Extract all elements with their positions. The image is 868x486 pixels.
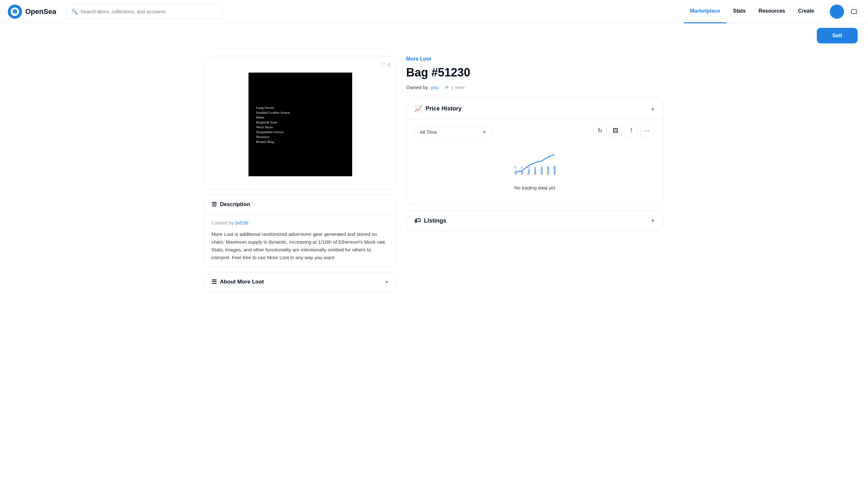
- listings-chevron: ▼: [650, 218, 655, 224]
- image-button[interactable]: 🖼: [609, 124, 622, 137]
- share-icon: ⤴: [630, 128, 632, 133]
- left-column: ♡ 0 Long Sword Studded Leather Armor Hel…: [205, 56, 396, 292]
- logo-icon: [8, 4, 22, 19]
- user-avatar[interactable]: [830, 4, 844, 19]
- created-by: Created by 0xf296: [212, 219, 389, 226]
- owner-row: Owned by you 👁 1 view: [406, 85, 470, 90]
- description-icon: ☰: [212, 201, 217, 208]
- more-button[interactable]: ⋯: [640, 124, 653, 137]
- description-title: Description: [220, 201, 250, 208]
- more-icon: ⋯: [643, 127, 650, 134]
- no-data-text: No trading data yet: [514, 185, 555, 190]
- svg-rect-17: [528, 169, 530, 174]
- action-icons: ↻ 🖼 ⤴ ⋯: [594, 124, 653, 137]
- nft-line-8: Bronze Ring: [256, 140, 344, 144]
- about-chevron: ▼: [384, 279, 389, 284]
- refresh-button[interactable]: ↻: [594, 124, 607, 137]
- nav-actions: [830, 4, 860, 19]
- no-data-area: No trading data yet: [414, 138, 655, 198]
- search-input[interactable]: [80, 9, 217, 14]
- opensea-svg: [11, 7, 19, 16]
- nft-line-5: Wool Shoes: [256, 125, 344, 129]
- nft-line-3: Helm: [256, 115, 344, 119]
- description-header-left: ☰ Description: [212, 201, 250, 208]
- price-history-header[interactable]: 📈 Price History ▲: [407, 98, 663, 119]
- nft-line-2: Studded Leather Armor: [256, 111, 344, 114]
- listings-title: Listings: [424, 217, 446, 224]
- nft-card-top: ♡ 0: [205, 56, 396, 72]
- svg-rect-19: [541, 168, 543, 174]
- chart-placeholder: [512, 151, 558, 180]
- nft-line-6: Dragonskin Gloves: [256, 130, 344, 134]
- price-history-section: 📈 Price History ▲ All Time ▼: [406, 98, 663, 205]
- listings-icon: 🏷: [414, 217, 421, 224]
- refresh-icon: ↻: [597, 127, 602, 134]
- owned-by-label: Owned by you: [406, 85, 439, 90]
- listings-section: 🏷 Listings ▼: [406, 210, 663, 231]
- navbar: OpenSea 🔍 Marketplace Stats Resources Cr…: [0, 0, 868, 23]
- wallet-icon[interactable]: [848, 5, 860, 18]
- logo[interactable]: OpenSea: [8, 4, 56, 19]
- view-count: 👁 1 view: [444, 85, 465, 90]
- svg-point-8: [514, 166, 517, 169]
- price-history-header-left: 📈 Price History: [414, 105, 462, 113]
- search-icon: 🔍: [71, 8, 78, 14]
- nav-resources[interactable]: Resources: [752, 0, 792, 23]
- nft-info-area: More Loot Bag #51230 Owned by you 👁 1 vi…: [406, 56, 470, 98]
- owner-link[interactable]: you: [431, 85, 438, 90]
- eye-icon: 👁: [444, 85, 450, 90]
- sell-banner: Sell: [0, 23, 868, 48]
- time-filter-chevron: ▼: [482, 130, 487, 135]
- nft-card: ♡ 0 Long Sword Studded Leather Armor Hel…: [205, 56, 396, 189]
- item-title: Bag #51230: [406, 66, 470, 80]
- right-column: More Loot Bag #51230 Owned by you 👁 1 vi…: [406, 56, 663, 292]
- svg-rect-0: [851, 10, 857, 13]
- nft-line-7: Necklace: [256, 135, 344, 139]
- svg-rect-15: [515, 171, 517, 174]
- image-icon: 🖼: [613, 127, 619, 134]
- svg-rect-16: [521, 170, 523, 174]
- description-body[interactable]: Created by 0xf296 More Loot is additiona…: [205, 214, 396, 267]
- listings-header[interactable]: 🏷 Listings ▼: [407, 211, 663, 231]
- nav-stats[interactable]: Stats: [726, 0, 752, 23]
- sell-button[interactable]: Sell: [817, 28, 858, 43]
- svg-rect-21: [554, 166, 556, 174]
- share-button[interactable]: ⤴: [625, 124, 638, 137]
- search-bar[interactable]: 🔍: [66, 4, 222, 19]
- nav-marketplace[interactable]: Marketplace: [684, 0, 727, 23]
- about-card: ☰ About More Loot ▼: [205, 272, 396, 292]
- creator-link[interactable]: 0xf296: [235, 220, 249, 225]
- heart-icon: ♡: [380, 61, 385, 68]
- price-history-title: Price History: [426, 105, 462, 112]
- nft-image: Long Sword Studded Leather Armor Helm Br…: [249, 72, 352, 176]
- svg-rect-18: [534, 168, 536, 174]
- right-header-row: More Loot Bag #51230 Owned by you 👁 1 vi…: [406, 56, 663, 98]
- nft-line-4: Brighsilk Sash: [256, 120, 344, 124]
- svg-rect-20: [547, 166, 549, 174]
- logo-text: OpenSea: [25, 7, 56, 16]
- page-content: ♡ 0 Long Sword Studded Leather Armor Hel…: [194, 48, 674, 299]
- about-title: About More Loot: [220, 279, 264, 285]
- price-history-icon: 📈: [414, 105, 423, 113]
- description-text: More Loot is additional randomized adven…: [212, 231, 389, 262]
- collection-link[interactable]: More Loot: [406, 56, 470, 62]
- svg-point-9: [521, 166, 523, 169]
- listings-header-left: 🏷 Listings: [414, 217, 446, 224]
- nft-image-wrap: Long Sword Studded Leather Armor Helm Br…: [205, 72, 396, 189]
- like-area[interactable]: ♡ 0: [380, 61, 390, 68]
- nav-create[interactable]: Create: [792, 0, 821, 23]
- about-header[interactable]: ☰ About More Loot ▼: [205, 272, 396, 291]
- about-icon: ☰: [212, 278, 217, 285]
- time-filter[interactable]: All Time ▼: [414, 126, 492, 138]
- nft-line-1: Long Sword: [256, 105, 344, 110]
- price-history-chevron: ▲: [650, 105, 655, 112]
- time-filter-label: All Time: [420, 129, 437, 135]
- about-header-left: ☰ About More Loot: [212, 278, 264, 285]
- description-card: ☰ Description Created by 0xf296 More Loo…: [205, 195, 396, 267]
- description-header[interactable]: ☰ Description: [205, 195, 396, 214]
- nav-links: Marketplace Stats Resources Create: [684, 0, 821, 23]
- like-count: 0: [388, 62, 390, 67]
